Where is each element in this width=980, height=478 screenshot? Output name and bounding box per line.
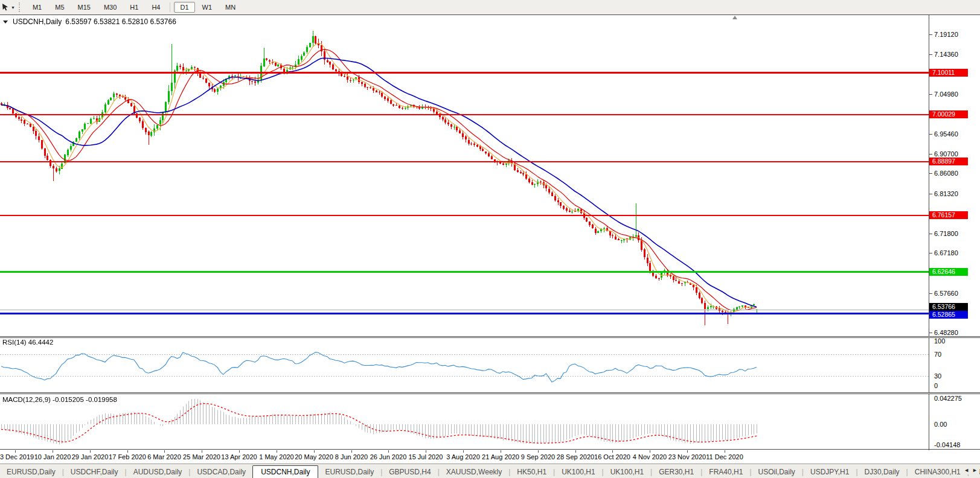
horizontal-level-line[interactable]: [0, 313, 929, 314]
chart-title: USDCNH,Daily 6.53597 6.53821 6.52810 6.5…: [3, 18, 176, 26]
date-axis-label: 13 Apr 2020: [221, 453, 257, 460]
price-axis-tick: [929, 34, 932, 35]
timeframe-button-m5[interactable]: M5: [49, 2, 70, 13]
macd-scale-label: 0.042275: [934, 395, 962, 402]
date-axis-tick: [650, 450, 650, 453]
toolbar-separator: [170, 2, 170, 12]
chart-tab-bar: EURUSD,Daily|USDCHF,Daily|AUDUSD,Daily|U…: [0, 464, 980, 478]
date-axis-label: 23 Dec 2019: [0, 453, 34, 460]
horizontal-level-line[interactable]: [0, 161, 929, 162]
date-axis-tick: [202, 450, 202, 453]
chart-tab-eurusd-daily[interactable]: EURUSD,Daily: [318, 466, 380, 478]
price-axis-label: 7.04980: [934, 91, 958, 98]
chart-tab-usoil-daily[interactable]: USOil,Daily: [752, 466, 802, 478]
current-price-line: [0, 310, 929, 310]
mt4-window: ▼ M1M5M15M30H1H4 D1W1MN USDCNH,Daily 6.5…: [0, 0, 980, 478]
date-axis-tick: [501, 450, 501, 453]
date-axis-tick: [725, 450, 725, 453]
price-axis-label: 6.86080: [934, 170, 958, 177]
date-axis-label: 17 Feb 2020: [109, 453, 146, 460]
timeframe-toolbar: ▼ M1M5M15M30H1H4 D1W1MN: [0, 0, 980, 15]
date-axis-tick: [15, 450, 16, 453]
cursor-tool-icon[interactable]: [1, 3, 10, 11]
date-axis-tick: [164, 450, 165, 453]
chart-window-bottom-border: [0, 449, 980, 450]
chart-tab-audusd-daily[interactable]: AUDUSD,Daily: [127, 466, 189, 478]
timeframe-button-h1[interactable]: H1: [124, 2, 144, 13]
date-axis: 23 Dec 201910 Jan 202029 Jan 202017 Feb …: [0, 450, 980, 464]
chart-tab-usdjpy-h1[interactable]: USDJPY,H1: [804, 466, 856, 478]
horizontal-level-line[interactable]: [0, 114, 929, 115]
timeframe-button-m30[interactable]: M30: [98, 2, 123, 13]
date-axis-tick: [426, 450, 426, 453]
price-axis-tick: [929, 333, 932, 333]
chart-shift-marker[interactable]: [732, 16, 737, 19]
chart-tab-gbpusd-h4[interactable]: GBPUSD,H4: [382, 466, 437, 478]
price-tag: 7.00029: [929, 110, 968, 118]
macd-indicator-canvas[interactable]: [0, 394, 929, 449]
rsi-header: RSI(14) 46.4442: [2, 339, 53, 346]
price-axis-tick: [929, 234, 932, 234]
rsi-scale-label: 0: [934, 382, 938, 389]
timeframe-group-higher: D1W1MN: [173, 2, 242, 13]
timeframe-button-mn[interactable]: MN: [219, 2, 242, 13]
toolbar-grip[interactable]: [19, 2, 22, 12]
price-axis-tick: [929, 253, 932, 253]
date-axis-label: 11 Dec 2020: [706, 453, 743, 460]
chart-tab-china300-h1[interactable]: CHINA300,H1: [908, 466, 967, 478]
chart-tab-xauusd-weekly[interactable]: XAUUSD,Weekly: [440, 466, 508, 478]
horizontal-level-line[interactable]: [0, 271, 929, 273]
price-axis-label: 6.57660: [934, 290, 958, 297]
price-axis-label: 7.19120: [934, 31, 958, 38]
chart-tab-fra40-h1[interactable]: FRA40,H1: [702, 466, 749, 478]
macd-scale-label: 0.00: [934, 421, 947, 428]
price-tag: 6.52865: [929, 311, 968, 319]
chart-tab-uk100-h1[interactable]: UK100,H1: [604, 466, 650, 478]
chart-tab-uk100-h1[interactable]: UK100,H1: [555, 466, 601, 478]
timeframe-button-h4[interactable]: H4: [146, 2, 166, 13]
horizontal-level-line[interactable]: [0, 72, 929, 74]
date-axis-label: 23 Nov 2020: [668, 453, 706, 460]
date-axis-label: 6 Mar 2020: [147, 453, 181, 460]
macd-header: MACD(12,26,9) -0.015205 -0.019958: [2, 396, 117, 403]
date-axis-tick: [538, 450, 539, 453]
price-axis-tick: [929, 173, 932, 174]
chart-tab-hk50-h1[interactable]: HK50,H1: [510, 466, 553, 478]
price-tag: 6.53766: [929, 303, 968, 311]
date-axis-tick: [314, 450, 315, 453]
price-axis-label: 6.90700: [934, 150, 958, 158]
price-chart-canvas[interactable]: [0, 14, 929, 336]
date-axis-label: 26 Jun 2020: [370, 453, 407, 460]
chart-tab-dj30-daily[interactable]: DJ30,Daily: [858, 466, 906, 478]
chart-tab-usdchf-daily[interactable]: USDCHF,Daily: [64, 466, 125, 478]
date-axis-tick: [575, 450, 576, 453]
price-axis-tick: [929, 154, 932, 155]
date-axis-tick: [239, 450, 240, 453]
date-axis-tick: [53, 450, 53, 453]
date-axis-tick: [612, 450, 613, 453]
timeframe-button-m15[interactable]: M15: [72, 2, 97, 13]
chart-tab-ger30-h1[interactable]: GER30,H1: [652, 466, 700, 478]
tab-scroll-right-icon[interactable]: ►: [972, 467, 978, 473]
chart-tab-usdcnh-daily[interactable]: USDCNH,Daily: [252, 465, 318, 478]
timeframe-button-w1[interactable]: W1: [196, 2, 219, 13]
chart-tab-usdcad-daily[interactable]: USDCAD,Daily: [190, 466, 252, 478]
timeframe-button-m1[interactable]: M1: [27, 2, 48, 13]
chart-tab-eurusd-daily[interactable]: EURUSD,Daily: [0, 466, 62, 478]
price-tag: 6.88897: [929, 158, 968, 165]
tab-scroll-left-icon[interactable]: ◄: [964, 467, 969, 473]
macd-scale-label: -0.04148: [934, 441, 960, 448]
tab-scroll-arrows: ◄ ►: [962, 466, 979, 474]
chart-menu-arrow-icon[interactable]: [3, 21, 8, 24]
timeframe-button-d1[interactable]: D1: [174, 2, 194, 13]
price-axis-label: 6.71800: [934, 230, 958, 237]
price-axis-tick: [929, 134, 932, 135]
price-axis-label: 6.81320: [934, 190, 958, 197]
rsi-scale-label: 70: [934, 351, 941, 358]
date-axis-label: 28 Sep 2020: [557, 453, 594, 460]
rsi-indicator-canvas[interactable]: [0, 338, 929, 392]
date-axis-label: 10 Jan 2020: [34, 453, 71, 460]
date-axis-tick: [463, 450, 464, 453]
chevron-down-icon[interactable]: ▼: [11, 5, 15, 10]
horizontal-level-line[interactable]: [0, 215, 929, 216]
